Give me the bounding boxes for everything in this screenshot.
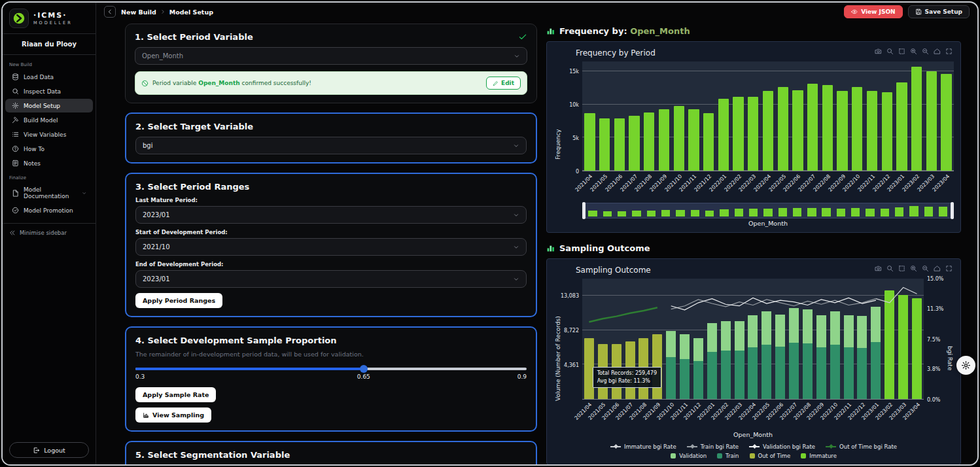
frequency-modebar bbox=[875, 48, 953, 55]
y-tick-label: 10k bbox=[569, 102, 579, 108]
dev-start-select[interactable]: 2021/10 bbox=[135, 238, 527, 256]
modebar-camera-button[interactable] bbox=[875, 48, 882, 55]
modebar-expand-button[interactable] bbox=[945, 48, 953, 55]
frequency-heading-prefix: Frequency by: bbox=[559, 26, 627, 36]
sidebar-item-view-variables[interactable]: View Variables bbox=[5, 128, 93, 141]
legend-box-swatch bbox=[671, 453, 676, 458]
frequency-xlabels: 2021/042021/052021/062021/072021/082021/… bbox=[582, 171, 954, 201]
rangeslider-slot bbox=[644, 205, 658, 216]
step5-card: 5. Select Segmentation Variable Choose a… bbox=[125, 441, 537, 464]
chevron-down-icon bbox=[513, 244, 519, 251]
frequency-plot[interactable] bbox=[582, 61, 954, 171]
legend-item-immature-bgi-rate[interactable]: Immature bgi Rate bbox=[610, 443, 676, 450]
modebar-zoom-button[interactable] bbox=[886, 48, 894, 55]
rangeslider-slot bbox=[877, 205, 892, 216]
rangeslider-slot bbox=[673, 205, 688, 216]
sidebar-item-model-promotion[interactable]: Model Promotion bbox=[5, 203, 93, 217]
rangeslider-slot bbox=[600, 205, 614, 216]
modebar-zoom-out-button[interactable] bbox=[922, 48, 929, 55]
step5-title: 5. Select Segmentation Variable bbox=[135, 450, 527, 460]
rangeslider-slot bbox=[746, 205, 760, 216]
bar-slot bbox=[775, 61, 790, 171]
legend-item-out-of-time[interactable]: Out of Time bbox=[750, 453, 791, 459]
minimise-sidebar-button[interactable]: Minimise sidebar bbox=[3, 224, 96, 242]
sidebar-item-label: Model Setup bbox=[24, 103, 60, 109]
frequency-chart-card: Frequency by Period Frequency 05k10k15k … bbox=[546, 41, 961, 233]
apply-sample-rate-button[interactable]: Apply Sample Rate bbox=[135, 387, 216, 402]
modebar-zoom-in-button[interactable] bbox=[910, 48, 917, 55]
view-sampling-button[interactable]: View Sampling bbox=[135, 407, 211, 423]
bar-slot bbox=[612, 61, 627, 171]
last-mature-period-select[interactable]: 2023/01 bbox=[135, 206, 527, 224]
view-json-button[interactable]: View JSON bbox=[844, 5, 902, 18]
edit-button[interactable]: Edit bbox=[486, 77, 521, 90]
rangeslider-handle-left[interactable] bbox=[582, 202, 586, 219]
sidebar-item-build-model[interactable]: Build Model bbox=[5, 113, 93, 127]
save-setup-button[interactable]: Save Setup bbox=[908, 5, 970, 18]
y-tick-label-right: 3.8% bbox=[927, 366, 940, 372]
modebar-home-button[interactable] bbox=[934, 48, 941, 55]
frequency-rangeslider[interactable] bbox=[582, 203, 954, 218]
step4-subtitle: The remainder of in-development period d… bbox=[135, 351, 527, 358]
legend-item-train[interactable]: Train bbox=[717, 453, 739, 459]
view-json-label: View JSON bbox=[861, 9, 895, 15]
frequency-bar bbox=[911, 67, 922, 171]
slider-handle[interactable] bbox=[360, 365, 368, 373]
step4-card: 4. Select Development Sample Proportion … bbox=[125, 326, 537, 432]
breadcrumb-page[interactable]: Model Setup bbox=[169, 9, 213, 16]
modebar-zoom-out-button[interactable] bbox=[922, 265, 929, 272]
document-icon bbox=[12, 190, 19, 197]
bar-slot bbox=[894, 61, 909, 171]
sidebar-item-model-setup[interactable]: Model Setup bbox=[5, 99, 93, 112]
sidebar-item-how-to[interactable]: How To bbox=[5, 142, 93, 156]
legend-diamond-marker bbox=[614, 444, 618, 449]
modebar-expand-button[interactable] bbox=[945, 265, 953, 272]
step1-title: 1. Select Period Variable bbox=[135, 32, 253, 42]
modebar-select-button[interactable] bbox=[898, 48, 905, 55]
y-tick-label-right: 15.0% bbox=[927, 276, 943, 282]
step2-card: 2. Select Target Variable bgi bbox=[125, 112, 537, 164]
sidebar-item-notes[interactable]: Notes bbox=[5, 156, 93, 170]
modebar-home-button[interactable] bbox=[934, 265, 941, 272]
modebar-camera-button[interactable] bbox=[875, 265, 882, 272]
dev-end-select[interactable]: 2023/01 bbox=[135, 270, 527, 288]
charts-panel: Frequency by: Open_Month Frequency by Pe… bbox=[546, 24, 961, 464]
bar-slot bbox=[671, 61, 686, 171]
rangeslider-slot bbox=[688, 205, 702, 216]
sidebar-item-model-documentation[interactable]: Model Documentation bbox=[5, 183, 93, 203]
bar-slot bbox=[924, 61, 939, 171]
legend-item-validation-bgi-rate[interactable]: Validation bgi Rate bbox=[749, 443, 815, 450]
legend-item-immature[interactable]: Immature bbox=[801, 453, 837, 459]
sidebar-item-inspect-data[interactable]: Inspect Data bbox=[5, 84, 93, 98]
breadcrumb: New Build Model Setup bbox=[121, 9, 213, 16]
rangeslider-bar bbox=[720, 209, 728, 216]
legend-item-out-of-time-bgi-rate[interactable]: Out of Time bgi Rate bbox=[826, 443, 897, 450]
legend-item-validation[interactable]: Validation bbox=[671, 453, 707, 459]
period-variable-select[interactable]: Open_Month bbox=[135, 47, 527, 65]
legend-item-train-bgi-rate[interactable]: Train bgi Rate bbox=[687, 443, 739, 450]
rangeslider-slot bbox=[833, 205, 848, 216]
modebar-zoom-in-button[interactable] bbox=[910, 265, 917, 272]
apply-period-ranges-button[interactable]: Apply Period Ranges bbox=[135, 293, 222, 308]
target-variable-select[interactable]: bgi bbox=[135, 137, 527, 154]
period-variable-value: Open_Month bbox=[142, 52, 183, 60]
rangeslider-handle-right[interactable] bbox=[951, 202, 954, 219]
y-tick-label: 4,361 bbox=[564, 362, 579, 368]
rangeslider-bars bbox=[586, 205, 951, 216]
modebar-zoom-button[interactable] bbox=[886, 265, 894, 272]
modebar-select-button[interactable] bbox=[898, 265, 905, 272]
bar-slot bbox=[909, 61, 924, 171]
frequency-bar bbox=[792, 90, 803, 171]
y-tick-label-right: 7.5% bbox=[927, 336, 940, 342]
dev-end-label: End of Development Period: bbox=[135, 261, 527, 268]
logout-button[interactable]: Logout bbox=[9, 442, 89, 458]
breadcrumb-section[interactable]: New Build bbox=[121, 9, 156, 16]
bar-slot bbox=[716, 61, 731, 171]
sampling-plot[interactable]: Total Records: 259,479 Avg bgi Rate: 11.… bbox=[582, 279, 924, 400]
rangeslider-slot bbox=[717, 205, 731, 216]
rangeslider-bar bbox=[647, 211, 656, 216]
sample-proportion-slider[interactable] bbox=[135, 364, 527, 373]
settings-fab-button[interactable] bbox=[956, 356, 975, 375]
sidebar-item-load-data[interactable]: Load Data bbox=[5, 70, 93, 84]
back-button[interactable] bbox=[104, 6, 116, 18]
